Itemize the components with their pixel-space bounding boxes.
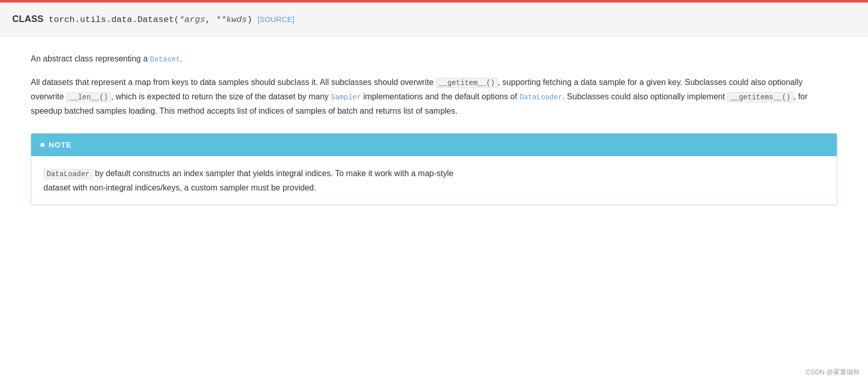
desc-line4-mid: . Subclasses could also optionally imple… xyxy=(562,92,727,101)
note-content: DataLoader by default constructs an inde… xyxy=(31,156,837,205)
code-len: __len__() xyxy=(66,92,111,102)
note-box: NOTE DataLoader by default constructs an… xyxy=(31,133,837,205)
code-getitems: __getitems__() xyxy=(727,92,794,102)
class-keyword: CLASS xyxy=(12,12,44,27)
content-area: An abstract class representing a Dataset… xyxy=(0,36,868,221)
desc-line4-prefix: options of xyxy=(482,92,519,101)
desc-paragraph2: All datasets that represent a map from k… xyxy=(31,75,837,118)
desc-line3-suffix: implementations and the default xyxy=(361,92,479,101)
note-body: by default constructs an index sampler t… xyxy=(93,169,453,178)
note-bullet-icon xyxy=(40,143,45,147)
param-args: *args xyxy=(179,15,205,25)
desc-line1: An abstract class representing a Dataset… xyxy=(31,52,837,66)
dataset-link[interactable]: Dataset xyxy=(150,55,180,63)
desc-line2: All datasets that represent a map from k… xyxy=(31,78,433,87)
code-getitem: __getitem__() xyxy=(436,78,498,88)
dataloader-link[interactable]: DataLoader xyxy=(519,93,562,101)
note-header: NOTE xyxy=(31,134,837,156)
description-block: An abstract class representing a Dataset… xyxy=(31,52,837,118)
desc-line3-prefix: , which is expected to return the size o… xyxy=(111,92,331,101)
class-header: CLASS torch.utils.data.Dataset(*args, **… xyxy=(0,3,868,36)
note-body2: dataset with non-integral indices/keys, … xyxy=(44,183,316,192)
desc-line1-prefix: An abstract class representing a xyxy=(31,54,150,63)
desc-line1-suffix: . xyxy=(180,54,182,63)
class-name: torch.utils.data.Dataset xyxy=(49,15,174,25)
desc-line5: loading. This method accepts list of ind… xyxy=(128,107,458,115)
param-kwds: **kwds xyxy=(215,15,247,25)
note-paragraph: DataLoader by default constructs an inde… xyxy=(44,166,824,195)
note-code: DataLoader xyxy=(44,169,93,179)
note-header-label: NOTE xyxy=(49,139,72,151)
class-signature: torch.utils.data.Dataset(*args, **kwds) xyxy=(49,13,252,27)
sampler-link[interactable]: Sampler xyxy=(331,93,361,101)
source-link[interactable]: [SOURCE] xyxy=(257,13,295,26)
